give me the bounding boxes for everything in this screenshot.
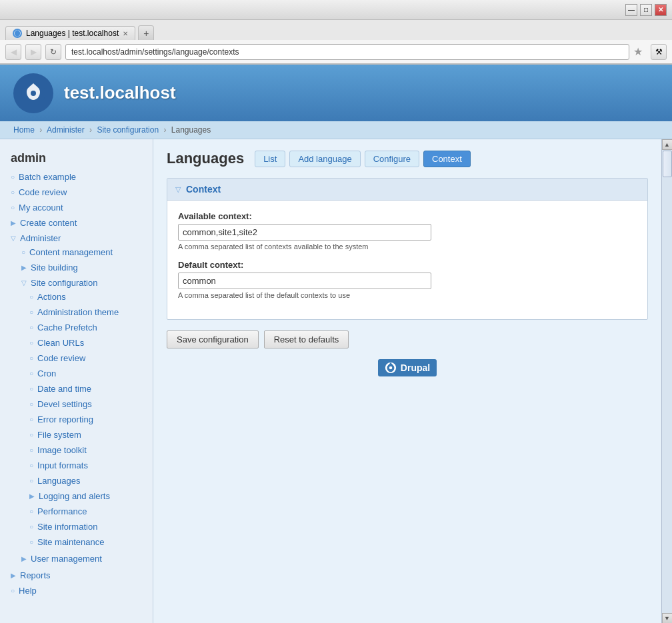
sidebar-link-admin-theme[interactable]: ○ Administration theme	[19, 306, 153, 318]
sidebar-item-content-management: ○ Content management	[11, 245, 153, 260]
page-title: Languages	[167, 150, 244, 167]
close-button[interactable]: ✕	[655, 4, 667, 16]
sidebar-label-reports: Reports	[20, 570, 51, 580]
browser-tab-active[interactable]: Languages | test.localhost ✕	[5, 26, 135, 40]
new-tab-button[interactable]: +	[138, 25, 154, 40]
sidebar-link-cron[interactable]: ○ Cron	[19, 367, 153, 380]
drupal-header: test.localhost	[0, 65, 672, 121]
sidebar-link-file-system[interactable]: ○ File system	[19, 428, 153, 441]
available-context-field-group: Available context: A comma separated lis…	[178, 211, 637, 251]
back-button[interactable]: ◀	[5, 44, 21, 60]
minimize-button[interactable]: —	[625, 4, 637, 16]
sidebar-link-my-account[interactable]: ○ My account	[0, 201, 153, 214]
drupal-logo	[13, 73, 53, 113]
tab-context[interactable]: Context	[423, 151, 471, 167]
sidebar-link-batch-example[interactable]: ○ Batch example	[0, 171, 153, 183]
sidebar-link-site-information[interactable]: ○ Site information	[19, 520, 153, 533]
sidebar-link-site-config[interactable]: ▽ Site configuration	[11, 277, 153, 289]
sidebar-label-date-time: Date and time	[37, 384, 91, 394]
available-context-input[interactable]	[178, 224, 431, 241]
sidebar-label-logging-alerts: Logging and alerts	[39, 491, 110, 501]
circle-icon: ○	[29, 416, 33, 423]
bookmark-star-icon[interactable]: ★	[633, 45, 647, 59]
tab-configure[interactable]: Configure	[365, 151, 419, 167]
sidebar-link-clean-urls[interactable]: ○ Clean URLs	[19, 336, 153, 349]
scroll-up-button[interactable]: ▲	[662, 139, 673, 150]
sidebar-link-performance[interactable]: ○ Performance	[19, 505, 153, 518]
circle-icon: ○	[29, 385, 33, 392]
breadcrumb-administer[interactable]: Administer	[47, 125, 85, 135]
sidebar-link-site-maintenance[interactable]: ○ Site maintenance	[19, 536, 153, 548]
maximize-button[interactable]: □	[640, 4, 652, 16]
sidebar-label-code-review: Code review	[19, 187, 67, 197]
triangle-right-icon: ▶	[11, 572, 16, 579]
reset-to-defaults-button[interactable]: Reset to defaults	[264, 330, 349, 348]
sidebar-label-performance: Performance	[37, 506, 87, 516]
default-context-input[interactable]	[178, 273, 431, 289]
drupal-footer-label: Drupal	[401, 362, 430, 373]
sidebar-link-cache-prefetch[interactable]: ○ Cache Prefetch	[19, 321, 153, 334]
forward-button[interactable]: ▶	[25, 44, 41, 60]
sidebar-link-input-formats[interactable]: ○ Input formats	[19, 459, 153, 472]
sidebar-link-image-toolkit[interactable]: ○ Image toolkit	[19, 444, 153, 456]
breadcrumb-home[interactable]: Home	[13, 125, 35, 135]
sidebar-link-administer[interactable]: ▽ Administer	[0, 232, 153, 245]
circle-icon: ○	[29, 431, 33, 438]
sidebar-link-date-time[interactable]: ○ Date and time	[19, 382, 153, 395]
sidebar-item-site-information: ○ Site information	[19, 519, 153, 534]
content-inner: Languages List Add language Configure Co…	[153, 139, 661, 398]
breadcrumb-site-config[interactable]: Site configuration	[97, 125, 159, 135]
tab-list[interactable]: List	[255, 151, 285, 167]
window-controls[interactable]: — □ ✕	[625, 4, 667, 16]
default-context-field-group: Default context: A comma separated list …	[178, 260, 637, 299]
sidebar-item-user-management: ▶ User management	[11, 551, 153, 566]
drupal-footer-logo: Drupal	[378, 359, 437, 376]
sidebar-link-site-building[interactable]: ▶ Site building	[11, 261, 153, 274]
circle-icon: ○	[29, 538, 33, 546]
sidebar-label-my-account: My account	[19, 203, 63, 213]
circle-icon: ○	[29, 324, 33, 331]
circle-icon: ○	[29, 370, 33, 377]
sidebar-item-file-system: ○ File system	[19, 427, 153, 442]
tab-close-button[interactable]: ✕	[123, 30, 128, 37]
tab-favicon	[13, 29, 22, 38]
sidebar-item-code-review2: ○ Code review	[19, 350, 153, 366]
sidebar-link-error-reporting[interactable]: ○ Error reporting	[19, 413, 153, 426]
sidebar-link-languages[interactable]: ○ Languages	[19, 474, 153, 487]
save-configuration-button[interactable]: Save configuration	[167, 330, 259, 348]
sidebar-link-reports[interactable]: ▶ Reports	[0, 569, 153, 582]
scroll-thumb[interactable]	[663, 151, 672, 177]
sidebar-label-site-building: Site building	[31, 263, 78, 273]
sidebar-link-code-review[interactable]: ○ Code review	[0, 186, 153, 199]
sidebar-item-date-time: ○ Date and time	[19, 381, 153, 396]
sidebar-link-create-content[interactable]: ▶ Create content	[0, 217, 153, 229]
sidebar-link-logging-alerts[interactable]: ▶ Logging and alerts	[19, 490, 153, 502]
sidebar-link-user-management[interactable]: ▶ User management	[11, 552, 153, 565]
breadcrumb-sep-1: ›	[39, 125, 42, 135]
right-scrollbar[interactable]: ▲ ▼	[661, 139, 672, 623]
circle-icon: ○	[29, 309, 33, 316]
breadcrumb-sep-2: ›	[89, 125, 92, 135]
sidebar-label-file-system: File system	[37, 430, 81, 440]
url-input[interactable]	[65, 44, 629, 60]
refresh-button[interactable]: ↻	[45, 44, 61, 60]
sidebar-label-image-toolkit: Image toolkit	[37, 445, 87, 455]
sidebar-item-code-review: ○ Code review	[0, 185, 153, 200]
svg-point-4	[389, 366, 393, 370]
wrench-menu-button[interactable]: ⚒	[651, 44, 667, 60]
scroll-down-button[interactable]: ▼	[662, 613, 673, 623]
sidebar-link-actions[interactable]: ○ Actions	[19, 291, 153, 303]
scroll-track[interactable]	[662, 150, 672, 613]
triangle-right-icon: ▶	[21, 264, 27, 271]
triangle-down-icon: ▽	[21, 279, 27, 287]
sidebar-link-devel-settings[interactable]: ○ Devel settings	[19, 398, 153, 410]
sidebar-label-devel-settings: Devel settings	[37, 399, 92, 409]
site-name: test.localhost	[64, 83, 176, 103]
default-context-label: Default context:	[178, 260, 637, 270]
tab-add-language[interactable]: Add language	[289, 151, 360, 167]
sidebar-link-help[interactable]: ○ Help	[0, 584, 153, 597]
sidebar-link-code-review2[interactable]: ○ Code review	[19, 352, 153, 364]
sidebar-label-cron: Cron	[37, 368, 56, 378]
sidebar-site-config-children: ○ Actions ○ Administration theme	[11, 289, 153, 550]
sidebar-link-content-management[interactable]: ○ Content management	[11, 246, 153, 259]
